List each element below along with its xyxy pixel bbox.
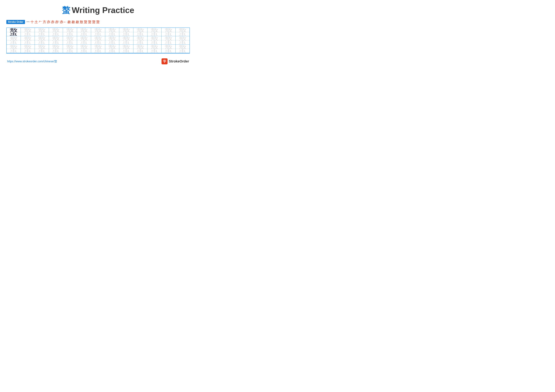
page-title: 螯Writing Practice	[6, 5, 190, 16]
cell-char: 螯	[38, 27, 46, 36]
stroke-step-4: 方	[43, 20, 46, 24]
cell-char: 螯	[52, 44, 60, 53]
grid-cell-0-3: 螯	[49, 28, 63, 36]
grid-cell-5-12	[175, 53, 190, 54]
cell-char: 螯	[108, 27, 116, 36]
grid-cell-0-5: 螯	[77, 28, 91, 36]
grid-cell-1-9: 螯	[133, 36, 147, 45]
grid-cell-5-8	[119, 53, 133, 54]
grid-cell-2-5: 螯	[77, 45, 91, 53]
cell-char: 螯	[136, 36, 145, 45]
grid-cell-2-4: 螯	[63, 45, 77, 53]
grid-cell-1-5: 螯	[77, 36, 91, 45]
stroke-step-8: 赤←	[60, 20, 67, 24]
cell-char: 螯	[94, 44, 102, 53]
grid-cell-1-2: 螯	[35, 36, 49, 45]
cell-char: 螯	[178, 44, 187, 53]
grid-cell-1-0: 螯	[7, 36, 21, 45]
grid-cell-5-7	[105, 53, 119, 54]
cell-char: 螯	[164, 36, 173, 45]
cell-char: 螯	[164, 44, 173, 53]
grid-cell-1-1: 螯	[21, 36, 35, 45]
cell-char: 螯	[9, 44, 18, 53]
cell-char: 螯	[178, 36, 187, 45]
stroke-step-16: 螯	[96, 20, 100, 24]
cell-char: 螯	[80, 27, 88, 36]
grid-cell-5-4	[63, 53, 77, 54]
grid-cell-2-8: 螯	[119, 45, 133, 53]
grid-cell-2-6: 螯	[91, 45, 105, 53]
brand-icon: 字	[161, 58, 168, 64]
grid-cell-2-2: 螯	[35, 45, 49, 53]
stroke-step-15: 螯	[92, 20, 95, 24]
grid-cell-5-9	[133, 53, 147, 54]
cell-char: 螯	[150, 27, 159, 36]
cell-char: 螯	[24, 44, 32, 53]
grid-cell-1-11: 螯	[161, 36, 175, 45]
grid-cell-5-11	[161, 53, 175, 54]
cell-char: 螯	[150, 44, 159, 53]
grid-cell-5-5	[77, 53, 91, 54]
stroke-step-12: 敖	[80, 20, 83, 24]
grid-cell-1-4: 螯	[63, 36, 77, 45]
grid-cell-2-7: 螯	[105, 45, 119, 53]
cell-char: 螯	[94, 36, 102, 45]
cell-char: 螯	[150, 36, 159, 45]
stroke-step-3: 𠂉	[39, 20, 42, 24]
cell-char: 螯	[38, 44, 46, 53]
grid-cell-2-0: 螯	[7, 45, 21, 53]
grid-cell-1-6: 螯	[91, 36, 105, 45]
stroke-step-11: 赦	[76, 20, 79, 24]
stroke-sequence: 一十土𠂉方亦赤赤'赤←赦赦赦敖螯螯螯螯	[26, 20, 100, 24]
grid-cell-0-9: 螯	[133, 28, 147, 36]
cell-char: 螯	[122, 44, 130, 53]
cell-char: 螯	[9, 27, 18, 36]
grid-cell-2-9: 螯	[133, 45, 147, 53]
stroke-step-9: 赦	[67, 20, 71, 24]
grid-cell-5-3	[49, 53, 63, 54]
grid-cell-0-7: 螯	[105, 28, 119, 36]
cell-char: 螯	[66, 44, 74, 53]
cell-char: 螯	[24, 27, 32, 36]
stroke-order-row: Stroke Order 一十土𠂉方亦赤赤'赤←赦赦赦敖螯螯螯螯	[6, 20, 190, 24]
grid-cell-0-10: 螯	[147, 28, 161, 36]
grid-cell-2-3: 螯	[49, 45, 63, 53]
stroke-step-10: 赦	[72, 20, 75, 24]
stroke-step-6: 赤	[51, 20, 54, 24]
cell-char: 螯	[80, 36, 88, 45]
grid-cell-2-10: 螯	[147, 45, 161, 53]
cell-char: 螯	[122, 36, 130, 45]
cell-char: 螯	[52, 36, 60, 45]
cell-char: 螯	[66, 27, 74, 36]
footer-url[interactable]: https://www.strokeorder.com/chinese/螯	[7, 59, 57, 63]
footer-brand: 字 StrokeOrder	[161, 58, 189, 64]
stroke-step-2: 土	[35, 20, 38, 24]
brand-name: StrokeOrder	[169, 59, 189, 64]
grid-cell-0-1: 螯	[21, 28, 35, 36]
grid-cell-5-1	[21, 53, 35, 54]
cell-char: 螯	[66, 36, 74, 45]
grid-cell-0-4: 螯	[63, 28, 77, 36]
cell-char: 螯	[178, 27, 187, 36]
stroke-step-7: 赤'	[55, 20, 59, 24]
grid-cell-1-8: 螯	[119, 36, 133, 45]
cell-char: 螯	[136, 27, 145, 36]
stroke-step-0: 一	[26, 20, 30, 24]
cell-char: 螯	[52, 27, 60, 36]
grid-cell-1-7: 螯	[105, 36, 119, 45]
grid-cell-5-0	[7, 53, 21, 54]
grid-cell-2-11: 螯	[161, 45, 175, 53]
grid-cell-1-12: 螯	[175, 36, 190, 45]
grid-cell-5-6	[91, 53, 105, 54]
cell-char: 螯	[9, 36, 18, 45]
grid-cell-1-10: 螯	[147, 36, 161, 45]
cell-char: 螯	[136, 44, 145, 53]
stroke-order-badge: Stroke Order	[6, 20, 25, 24]
stroke-step-14: 螯	[88, 20, 91, 24]
grid-cell-5-10	[147, 53, 161, 54]
cell-char: 螯	[94, 27, 102, 36]
grid-cell-0-11: 螯	[161, 28, 175, 36]
grid-cell-1-3: 螯	[49, 36, 63, 45]
cell-char: 螯	[24, 36, 32, 45]
grid-cell-0-8: 螯	[119, 28, 133, 36]
